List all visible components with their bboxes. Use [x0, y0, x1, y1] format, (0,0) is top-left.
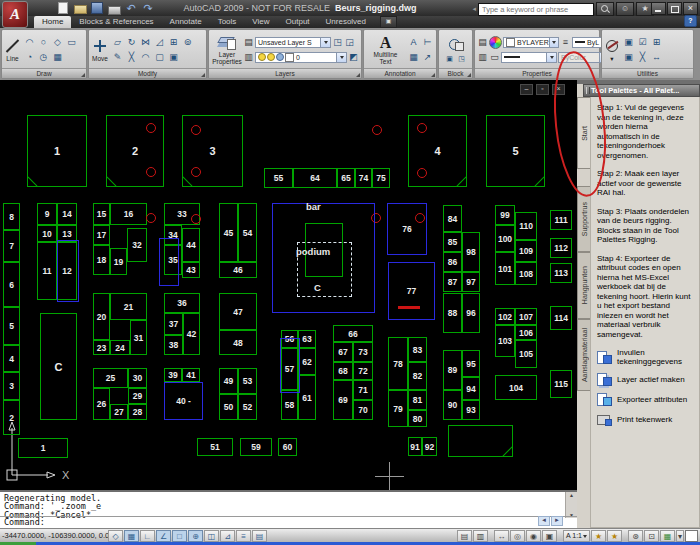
- cut-button[interactable]: ╳: [636, 51, 649, 64]
- restore-button[interactable]: [667, 2, 682, 15]
- command-prompt[interactable]: Command:: [0, 516, 577, 527]
- chamfer-button[interactable]: ▢: [153, 51, 166, 64]
- mirror-button[interactable]: ⋈: [139, 36, 152, 49]
- panel-label-properties[interactable]: Properties: [475, 68, 599, 78]
- model-space-button[interactable]: ▤: [457, 530, 472, 542]
- booth-110[interactable]: 110: [515, 212, 537, 240]
- booth-74[interactable]: 74: [355, 168, 372, 188]
- booth-87[interactable]: 87: [443, 272, 462, 292]
- dimension-button[interactable]: ⊢: [421, 36, 434, 49]
- annotation-autoscale-button[interactable]: ★: [607, 530, 622, 542]
- show-motion-button[interactable]: ▣: [542, 530, 557, 542]
- rigging-point-circle[interactable]: [417, 123, 427, 133]
- lineweight-icon[interactable]: ≡: [560, 36, 571, 49]
- booth-55[interactable]: 55: [264, 168, 293, 188]
- booth-75[interactable]: 75: [372, 168, 390, 188]
- help-icon[interactable]: [684, 15, 697, 27]
- command-hscroll[interactable]: ◄►: [538, 516, 563, 526]
- booth-80[interactable]: 80: [408, 410, 427, 427]
- layer-state-dropdown[interactable]: Unsaved Layer S: [255, 37, 331, 48]
- tool-palettes-titlebar[interactable]: Tool Palettes - All Palet...: [583, 84, 700, 97]
- drawing-minimize-button[interactable]: [520, 84, 533, 95]
- booth-105[interactable]: 105: [515, 340, 537, 368]
- rigging-point-circle[interactable]: [417, 168, 427, 178]
- panel-label-utilities[interactable]: Utilities: [602, 68, 693, 78]
- booth-71[interactable]: 71: [353, 380, 373, 400]
- booth-47[interactable]: 47: [219, 293, 257, 330]
- single-text-button[interactable]: A: [407, 36, 420, 49]
- palette-tab-hangpunten[interactable]: Hangpunten: [577, 252, 590, 319]
- booth-61[interactable]: 61: [298, 375, 316, 420]
- offset-button[interactable]: ⊚: [181, 36, 194, 49]
- ortho-toggle-button[interactable]: [140, 530, 155, 542]
- booth-32[interactable]: 32: [127, 228, 147, 262]
- booth-108[interactable]: 108: [515, 262, 537, 285]
- booth-43[interactable]: 43: [182, 262, 200, 278]
- communication-center-icon[interactable]: [616, 2, 634, 16]
- leader-button[interactable]: ↗: [421, 51, 434, 64]
- booth-107[interactable]: 107: [515, 308, 537, 325]
- booth-63[interactable]: 63: [298, 330, 316, 348]
- booth-6[interactable]: 6: [3, 262, 20, 307]
- plot-icon[interactable]: [107, 2, 121, 14]
- overlay-blue[interactable]: [57, 240, 79, 302]
- close-button[interactable]: [683, 2, 698, 15]
- explode-button[interactable]: ▣: [167, 51, 180, 64]
- booth-5[interactable]: 5: [486, 115, 545, 187]
- booth-68[interactable]: 68: [333, 362, 353, 380]
- booth-8[interactable]: 8: [3, 203, 20, 230]
- panel-label-modify[interactable]: Modify: [89, 68, 206, 78]
- qnew-icon[interactable]: [56, 2, 70, 14]
- booth-78[interactable]: 78: [388, 337, 408, 390]
- booth-104[interactable]: 104: [495, 375, 537, 400]
- drawing-restore-button[interactable]: [536, 84, 549, 95]
- tab-blocks-references[interactable]: Blocks & References: [71, 16, 161, 28]
- booth-39[interactable]: 39: [164, 368, 182, 382]
- booth-60[interactable]: 60: [278, 438, 297, 456]
- booth-44[interactable]: 44: [182, 228, 200, 262]
- booth-82[interactable]: 82: [408, 362, 427, 390]
- booth-1[interactable]: 1: [18, 438, 68, 458]
- booth-4[interactable]: 4: [3, 345, 20, 372]
- command-scrollbar[interactable]: ▲▼: [565, 492, 577, 518]
- stretch-button[interactable]: ✎: [111, 51, 124, 64]
- color-wheel-icon[interactable]: [489, 36, 502, 49]
- drawing-close-button[interactable]: [552, 84, 565, 95]
- booth-46[interactable]: 46: [219, 262, 257, 278]
- booth-65[interactable]: 65: [337, 168, 355, 188]
- measure-button[interactable]: ▾: [604, 38, 620, 62]
- erase-button[interactable]: ▱: [111, 36, 124, 49]
- copy-clip-button[interactable]: ▣: [622, 51, 635, 64]
- booth-70[interactable]: 70: [353, 400, 373, 420]
- multiline-text-button[interactable]: A Multiline Text: [366, 34, 405, 65]
- booth-15[interactable]: 15: [93, 203, 110, 225]
- overlay-blue[interactable]: [280, 338, 300, 393]
- booth-88[interactable]: 88: [443, 293, 462, 333]
- booth-62[interactable]: 62: [298, 348, 316, 375]
- layer-states-icon[interactable]: ▤: [243, 36, 254, 49]
- modify-dialog-launcher-icon[interactable]: [201, 73, 205, 77]
- booth-85[interactable]: 85: [443, 232, 462, 252]
- osnap-toggle-button[interactable]: [172, 530, 187, 542]
- palette-tab-aanslagmateriaal[interactable]: Aanslagmateriaal: [577, 319, 590, 391]
- dyn-toggle-button[interactable]: [220, 530, 235, 542]
- booth-37[interactable]: 37: [164, 313, 183, 335]
- booth-77[interactable]: 77: [388, 262, 435, 320]
- booth-86[interactable]: 86: [443, 252, 462, 272]
- layer-dropdown[interactable]: 0: [255, 52, 347, 63]
- booth-23[interactable]: 23: [93, 340, 110, 355]
- grid-toggle-button[interactable]: [124, 530, 139, 542]
- zoom-button[interactable]: ◎: [510, 530, 525, 542]
- booth-42[interactable]: 42: [183, 313, 200, 355]
- scale-button[interactable]: ◿: [153, 36, 166, 49]
- palette-tab-supportrus[interactable]: Supportrus: [577, 186, 590, 252]
- booth-103[interactable]: 103: [495, 325, 515, 357]
- booth-48[interactable]: 48: [219, 330, 257, 355]
- tab-tools[interactable]: Tools: [210, 16, 245, 28]
- quick-select-button[interactable]: ☑: [636, 36, 649, 49]
- booth-102[interactable]: 102: [495, 308, 515, 325]
- open-icon[interactable]: [73, 2, 87, 14]
- booth-14[interactable]: 14: [57, 203, 77, 225]
- move-button[interactable]: Move: [91, 38, 109, 62]
- panel-label-layers[interactable]: Layers: [209, 68, 361, 78]
